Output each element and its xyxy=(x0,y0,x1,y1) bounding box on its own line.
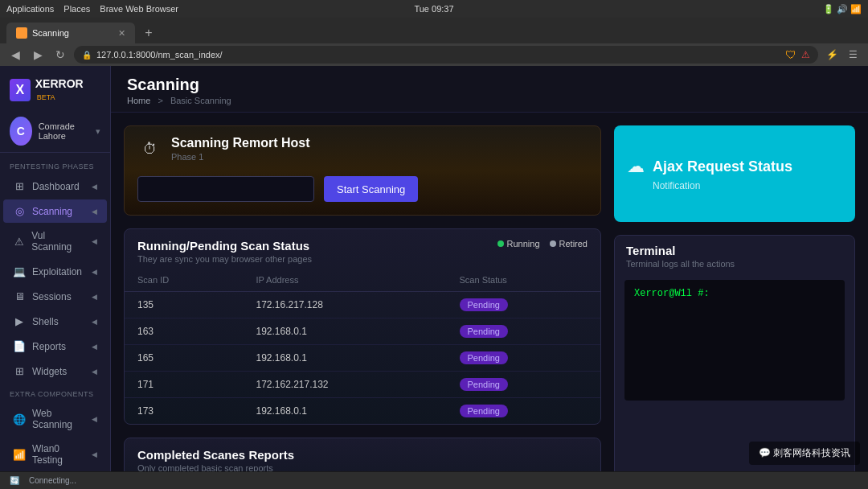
ajax-sub: Notification xyxy=(653,180,842,191)
tab-title: Scanning xyxy=(32,28,69,38)
col-scan-id: Scan ID xyxy=(125,269,243,292)
completed-reports-card: Completed Scanes Reports Only completed … xyxy=(124,438,601,471)
watermark-icon: 💬 xyxy=(759,447,771,458)
scan-table-header: Running/Pending Scan Status They are syn… xyxy=(125,229,600,269)
user-name: Comrade Lahore xyxy=(39,121,89,141)
cell-ip: 172.16.217.128 xyxy=(243,292,446,318)
cloud-icon: ☁ xyxy=(627,156,645,177)
web-scanning-icon: 🌐 xyxy=(13,413,26,425)
places-menu[interactable]: Places xyxy=(63,4,90,14)
table-row: 163 192.168.0.1 Pending xyxy=(125,318,600,345)
browser-menu[interactable]: Brave Web Browser xyxy=(100,4,178,14)
menu-icon[interactable]: ☰ xyxy=(844,46,862,64)
status-badge: Pending xyxy=(460,298,508,311)
cell-scan-id: 165 xyxy=(125,345,243,372)
terminal-sub: Terminal logs all the actions xyxy=(626,259,843,269)
ajax-status-card: ☁ Ajax Request Status Notification xyxy=(614,125,855,222)
address-bar[interactable]: 🔒 127.0.0.1:8000/nm_scan_index/ 🛡 ⚠ xyxy=(74,46,818,64)
status-icon: 🔄 xyxy=(10,476,19,485)
scan-table-title: Running/Pending Scan Status xyxy=(137,239,312,253)
status-text: Connecting... xyxy=(29,476,76,485)
sidebar-logo: X XERROR BETA xyxy=(0,66,110,110)
forward-btn[interactable]: ▶ xyxy=(29,46,47,64)
scan-table-wrap: Scan ID IP Address Scan Status 135 172.1… xyxy=(125,269,600,424)
table-row: 135 172.16.217.128 Pending xyxy=(125,292,600,318)
scan-remote-header: ⏱ Scanning Remort Host Phase 1 xyxy=(125,126,600,168)
dashboard-icon: ⊞ xyxy=(13,180,26,192)
os-bar-left: Applications Places Brave Web Browser xyxy=(6,4,178,14)
scan-host-input[interactable] xyxy=(137,176,314,202)
sidebar-label-web: Web Scanning xyxy=(32,408,85,430)
status-badge: Pending xyxy=(460,325,508,338)
sidebar-item-scanning[interactable]: ◎ Scanning ◀ xyxy=(3,199,107,223)
os-bar-right: 🔋 🔊 📶 xyxy=(823,4,862,14)
shells-arrow: ◀ xyxy=(92,318,97,326)
nav-right-icons: ⚡ ☰ xyxy=(823,46,862,64)
reports-icon: 📄 xyxy=(13,340,26,352)
sessions-icon: 🖥 xyxy=(13,290,26,302)
cell-status: Pending xyxy=(447,345,600,372)
running-pending-card: Running/Pending Scan Status They are syn… xyxy=(124,228,601,425)
tab-close-btn[interactable]: ✕ xyxy=(118,28,125,39)
sidebar-item-exploitation[interactable]: 💻 Exploitation ◀ xyxy=(3,260,107,283)
sessions-arrow: ◀ xyxy=(92,293,97,301)
sidebar-item-web-scanning[interactable]: 🌐 Web Scanning ◀ xyxy=(3,402,107,436)
breadcrumb-home[interactable]: Home xyxy=(127,96,150,105)
back-btn[interactable]: ◀ xyxy=(6,46,24,64)
scanning-icon: ◎ xyxy=(13,205,26,217)
scan-input-section: Start Scanning xyxy=(125,168,600,215)
active-tab[interactable]: Scanning ✕ xyxy=(6,23,135,43)
content-area: Scanning Home > Basic Scanning ⏱ Scannin… xyxy=(111,66,868,471)
ajax-title: Ajax Request Status xyxy=(653,158,792,175)
shield-icon: 🛡 xyxy=(785,48,796,61)
cell-ip: 172.162.217.132 xyxy=(243,372,446,398)
running-label: Running xyxy=(507,239,540,249)
page-header: Scanning Home > Basic Scanning xyxy=(111,66,868,113)
terminal-card: Terminal Terminal logs all the actions X… xyxy=(614,235,855,471)
cell-status: Pending xyxy=(447,292,600,318)
col-scan-status: Scan Status xyxy=(447,269,600,292)
terminal-body[interactable]: Xerror@W1l #: xyxy=(624,280,845,401)
sidebar-item-sessions[interactable]: 🖥 Sessions ◀ xyxy=(3,285,107,308)
sidebar-user: C Comrade Lahore ▾ xyxy=(0,110,110,153)
sidebar-item-dashboard[interactable]: ⊞ Dashboard ◀ xyxy=(3,175,107,198)
new-tab-btn[interactable]: + xyxy=(138,23,159,43)
sidebar-label-shells: Shells xyxy=(32,316,59,327)
shells-icon: ▶ xyxy=(13,315,26,327)
widgets-arrow: ◀ xyxy=(92,368,97,376)
refresh-btn[interactable]: ↻ xyxy=(51,46,69,64)
sidebar-label-reports: Reports xyxy=(32,341,66,352)
cell-ip: 192.168.0.1 xyxy=(243,318,446,345)
browser-tabs: Scanning ✕ + xyxy=(0,18,868,43)
sidebar-item-vul-scanning[interactable]: ⚠ Vul Scanning ◀ xyxy=(3,224,107,258)
scan-remote-title-wrap: Scanning Remort Host Phase 1 xyxy=(171,136,309,162)
cell-scan-id: 171 xyxy=(125,372,243,398)
table-row: 171 172.162.217.132 Pending xyxy=(125,372,600,398)
os-clock: Tue 09:37 xyxy=(414,4,453,14)
apps-menu[interactable]: Applications xyxy=(6,4,54,14)
user-chevron[interactable]: ▾ xyxy=(96,126,100,137)
status-badge: Pending xyxy=(460,378,508,391)
sidebar-item-shells[interactable]: ▶ Shells ◀ xyxy=(3,310,107,333)
col-ip-address: IP Address xyxy=(243,269,446,292)
vul-arrow: ◀ xyxy=(92,237,97,245)
legend-running: Running xyxy=(497,239,540,249)
table-row: 173 192.168.0.1 Pending xyxy=(125,398,600,425)
start-scanning-btn[interactable]: Start Scanning xyxy=(324,176,418,202)
os-tray-icons: 🔋 🔊 📶 xyxy=(823,4,862,14)
scan-legend: Running Retired xyxy=(497,239,588,249)
right-panel: ☁ Ajax Request Status Notification Termi… xyxy=(614,125,855,471)
extensions-icon[interactable]: ⚡ xyxy=(823,46,841,64)
sidebar-label-wlan0: Wlan0 Testing xyxy=(32,443,85,466)
logo-beta: BETA xyxy=(37,93,55,101)
cell-scan-id: 135 xyxy=(125,292,243,318)
cell-scan-id: 173 xyxy=(125,398,243,425)
sidebar-item-wlan0[interactable]: 📶 Wlan0 Testing ◀ xyxy=(3,438,107,471)
content-panels: ⏱ Scanning Remort Host Phase 1 Start Sca… xyxy=(111,113,868,471)
sidebar-label-widgets: Widgets xyxy=(32,366,67,377)
sidebar-item-reports[interactable]: 📄 Reports ◀ xyxy=(3,335,107,358)
vul-icon: ⚠ xyxy=(13,236,25,248)
sidebar-item-widgets[interactable]: ⊞ Widgets ◀ xyxy=(3,360,107,383)
reports-arrow: ◀ xyxy=(92,343,97,351)
completed-sub: Only completed basic scan reports xyxy=(137,463,588,471)
